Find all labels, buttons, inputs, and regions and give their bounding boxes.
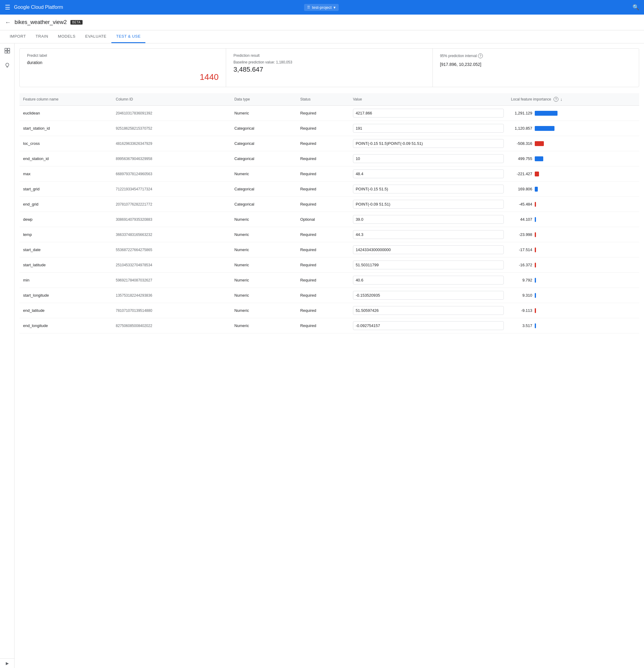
importance-number: -17.514	[511, 247, 532, 252]
cell-value[interactable]	[349, 182, 507, 197]
cell-value[interactable]	[349, 288, 507, 303]
importance-bar	[535, 156, 543, 161]
cell-feature: end_grid	[19, 197, 112, 212]
cell-colid: 712219334547717324	[112, 182, 231, 197]
th-value: Value	[349, 93, 507, 106]
value-input[interactable]	[353, 185, 504, 194]
cell-value[interactable]	[349, 121, 507, 136]
prediction-result-heading: Prediction result	[233, 54, 425, 58]
th-colid: Column ID	[112, 93, 231, 106]
importance-number: -23.998	[511, 232, 532, 237]
value-input[interactable]	[353, 230, 504, 239]
value-input[interactable]	[353, 276, 504, 285]
svg-rect-0	[5, 48, 7, 50]
cell-status: Required	[297, 273, 349, 288]
cell-status: Required	[297, 257, 349, 273]
cell-dtype: Categorical	[231, 182, 297, 197]
value-input[interactable]	[353, 291, 504, 300]
search-icon[interactable]: 🔍	[632, 4, 639, 11]
cell-colid: 596921784087032627	[112, 273, 231, 288]
table-row: euclidean 204610317836091392 Numeric Req…	[19, 106, 639, 121]
cell-dtype: Categorical	[231, 136, 297, 151]
cell-colid: 204610317836091392	[112, 106, 231, 121]
cell-value[interactable]	[349, 257, 507, 273]
cell-importance: 1,291.129	[507, 106, 639, 121]
cell-colid: 781071070139514880	[112, 303, 231, 318]
value-input[interactable]	[353, 124, 504, 133]
table-row: end_grid 207810776282221772 Categorical …	[19, 197, 639, 212]
value-input[interactable]	[353, 109, 504, 118]
value-input[interactable]	[353, 169, 504, 178]
cell-value[interactable]	[349, 166, 507, 182]
value-input[interactable]	[353, 321, 504, 330]
importance-number: 1,291.129	[511, 111, 532, 116]
importance-bar	[535, 247, 536, 252]
project-selector[interactable]: ⠿ test-project ▾	[304, 4, 339, 11]
value-input[interactable]	[353, 154, 504, 163]
hamburger-icon[interactable]: ☰	[5, 4, 10, 11]
value-input[interactable]	[353, 200, 504, 209]
cell-value[interactable]	[349, 242, 507, 257]
value-input[interactable]	[353, 306, 504, 315]
cell-value[interactable]	[349, 151, 507, 166]
cell-value[interactable]	[349, 303, 507, 318]
sidebar-grid-icon[interactable]	[2, 46, 12, 56]
value-input[interactable]	[353, 139, 504, 148]
cell-value[interactable]	[349, 197, 507, 212]
cell-importance: -221.427	[507, 166, 639, 182]
baseline-text: Baseline prediction value: 1,180,053	[233, 60, 425, 64]
table-row: end_longitude 827506085008402022 Numeric…	[19, 318, 639, 333]
importance-bar	[535, 308, 536, 313]
table-row: start_latitude 251045332704978534 Numeri…	[19, 257, 639, 273]
importance-number: 3.517	[511, 323, 532, 328]
cell-value[interactable]	[349, 212, 507, 227]
importance-sort-icon[interactable]: ↓	[560, 97, 562, 102]
cell-value[interactable]	[349, 318, 507, 333]
cell-dtype: Numeric	[231, 273, 297, 288]
importance-bar	[535, 111, 557, 116]
table-row: start_grid 712219334547717324 Categorica…	[19, 182, 639, 197]
project-name: test-project	[312, 5, 331, 10]
tab-evaluate[interactable]: EVALUATE	[80, 30, 111, 43]
value-input[interactable]	[353, 215, 504, 224]
interval-help-icon[interactable]: ?	[478, 54, 483, 58]
value-input[interactable]	[353, 260, 504, 269]
importance-bar	[535, 278, 536, 283]
table-row: loc_cross 481629633626347929 Categorical…	[19, 136, 639, 151]
prediction-card: Predict label duration 1440 Prediction r…	[19, 48, 639, 87]
svg-rect-3	[7, 51, 10, 53]
cell-value[interactable]	[349, 136, 507, 151]
cell-colid: 308691407935320883	[112, 212, 231, 227]
cell-value[interactable]	[349, 106, 507, 121]
cell-dtype: Numeric	[231, 242, 297, 257]
importance-bar	[535, 323, 536, 328]
predict-label-section: Predict label duration 1440	[20, 49, 226, 87]
cell-status: Required	[297, 242, 349, 257]
cell-importance: -45.484	[507, 197, 639, 212]
cell-feature: end_latitude	[19, 303, 112, 318]
sidebar-toggle-button[interactable]: ▶	[0, 658, 15, 668]
tab-train[interactable]: TRAIN	[31, 30, 53, 43]
value-input[interactable]	[353, 245, 504, 254]
cell-dtype: Numeric	[231, 227, 297, 242]
tab-test-use[interactable]: TEST & USE	[111, 30, 146, 43]
cell-dtype: Numeric	[231, 318, 297, 333]
importance-bar	[535, 187, 538, 192]
tab-models[interactable]: MODELS	[53, 30, 80, 43]
importance-help-icon[interactable]: ?	[553, 97, 559, 102]
cell-status: Required	[297, 151, 349, 166]
table-row: start_station_id 925186258215370752 Cate…	[19, 121, 639, 136]
cell-status: Required	[297, 121, 349, 136]
cell-value[interactable]	[349, 273, 507, 288]
cell-value[interactable]	[349, 227, 507, 242]
back-button[interactable]: ←	[5, 19, 11, 26]
th-dtype: Data type	[231, 93, 297, 106]
tab-import[interactable]: IMPORT	[5, 30, 31, 43]
prediction-result-section: Prediction result Baseline prediction va…	[226, 49, 433, 87]
cell-status: Required	[297, 136, 349, 151]
cell-status: Required	[297, 318, 349, 333]
th-status: Status	[297, 93, 349, 106]
sidebar-bulb-icon[interactable]	[2, 60, 12, 70]
cell-feature: end_station_id	[19, 151, 112, 166]
cell-importance: 169.806	[507, 182, 639, 197]
